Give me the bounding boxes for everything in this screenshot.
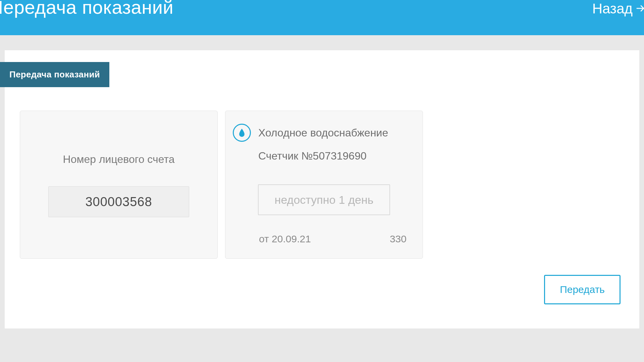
water-drop-icon [233,124,251,142]
header-gap [0,35,644,50]
back-button[interactable]: Назад [592,1,644,17]
meter-number-prefix: Счетчик № [258,150,313,162]
meter-last-value: 330 [390,233,407,245]
page-title: Іередача показаний [0,0,173,17]
account-label: Номер лицевого счета [28,153,209,166]
meter-reading-input[interactable]: недоступно 1 день [258,184,390,215]
account-number-field[interactable]: 300003568 [48,186,189,217]
meter-service-title: Холодное водоснабжение [258,127,388,139]
meter-last-date-value: 20.09.21 [272,233,311,244]
page-header: Іередача показаний Назад [0,0,644,35]
meter-last-date: от 20.09.21 [259,233,311,245]
meter-number: 507319690 [313,150,367,162]
meter-number-label: Счетчик №507319690 [258,150,415,162]
submit-row: Передать [5,259,639,304]
meter-reading-placeholder: недоступно 1 день [275,193,374,206]
arrow-right-icon [635,1,644,17]
meter-card: Холодное водоснабжение Счетчик №50731969… [225,111,423,259]
meter-header: Холодное водоснабжение [233,124,415,142]
submit-button[interactable]: Передать [544,275,621,304]
back-label: Назад [592,1,633,17]
account-number-value: 300003568 [85,195,152,209]
meter-footer: от 20.09.21 330 [259,233,407,245]
meter-last-date-prefix: от [259,233,272,244]
account-card: Номер лицевого счета 300003568 [20,111,218,259]
main-panel: Передача показаний Номер лицевого счета … [5,50,639,328]
tab-submit-readings[interactable]: Передача показаний [0,62,109,87]
